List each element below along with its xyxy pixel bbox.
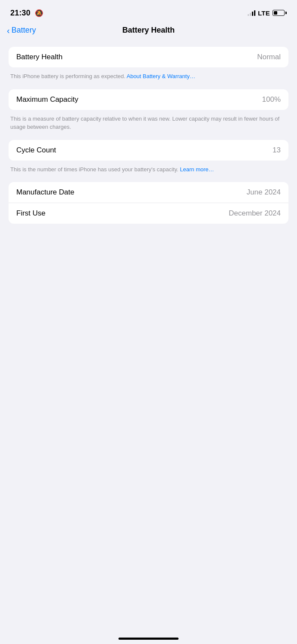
status-right: LTE	[248, 9, 287, 17]
signal-bars	[248, 10, 255, 16]
battery-health-label: Battery Health	[16, 53, 63, 61]
cycle-count-card: Cycle Count 13	[9, 140, 288, 161]
nav-header: ‹ Battery Battery Health	[0, 23, 297, 40]
status-time: 21:30	[10, 9, 30, 18]
back-chevron-icon: ‹	[7, 26, 10, 35]
back-label: Battery	[12, 26, 36, 35]
learn-more-link[interactable]: Learn more…	[180, 166, 214, 173]
battery-health-row: Battery Health Normal	[9, 47, 288, 67]
maximum-capacity-row: Maximum Capacity 100%	[9, 89, 288, 110]
cycle-count-value: 13	[273, 146, 281, 155]
page-title: Battery Health	[122, 26, 175, 35]
first-use-label: First Use	[16, 209, 45, 218]
battery-fill	[274, 11, 277, 15]
signal-bar-1	[248, 14, 249, 16]
battery-status-icon	[273, 10, 287, 16]
battery-tip	[285, 12, 287, 14]
maximum-capacity-card: Maximum Capacity 100%	[9, 89, 288, 110]
home-indicator	[118, 638, 179, 640]
about-battery-link[interactable]: About Battery & Warranty…	[127, 73, 195, 79]
battery-health-description: This iPhone battery is performing as exp…	[9, 71, 288, 86]
dates-card: Manufacture Date June 2024 First Use Dec…	[9, 182, 288, 224]
first-use-row: First Use December 2024	[9, 203, 288, 224]
manufacture-date-row: Manufacture Date June 2024	[9, 182, 288, 203]
maximum-capacity-description: This is a measure of battery capacity re…	[9, 113, 288, 137]
manufacture-date-value: June 2024	[247, 188, 281, 197]
manufacture-date-label: Manufacture Date	[16, 188, 74, 197]
battery-health-value: Normal	[257, 53, 281, 61]
back-button[interactable]: ‹ Battery	[7, 26, 36, 35]
battery-health-card: Battery Health Normal	[9, 47, 288, 67]
signal-bar-4	[254, 10, 255, 16]
content-area: Battery Health Normal This iPhone batter…	[0, 40, 297, 231]
battery-body	[273, 10, 285, 16]
cycle-count-label: Cycle Count	[16, 146, 56, 155]
lte-label: LTE	[258, 9, 270, 17]
status-bar: 21:30 🔕 LTE	[0, 0, 297, 23]
signal-bar-2	[250, 13, 251, 16]
signal-bar-3	[252, 12, 253, 16]
maximum-capacity-label: Maximum Capacity	[16, 95, 79, 104]
first-use-value: December 2024	[229, 209, 281, 218]
cycle-count-description: This is the number of times iPhone has u…	[9, 164, 288, 179]
silent-bell-icon: 🔕	[35, 9, 43, 17]
maximum-capacity-value: 100%	[262, 95, 281, 104]
cycle-count-row: Cycle Count 13	[9, 140, 288, 161]
